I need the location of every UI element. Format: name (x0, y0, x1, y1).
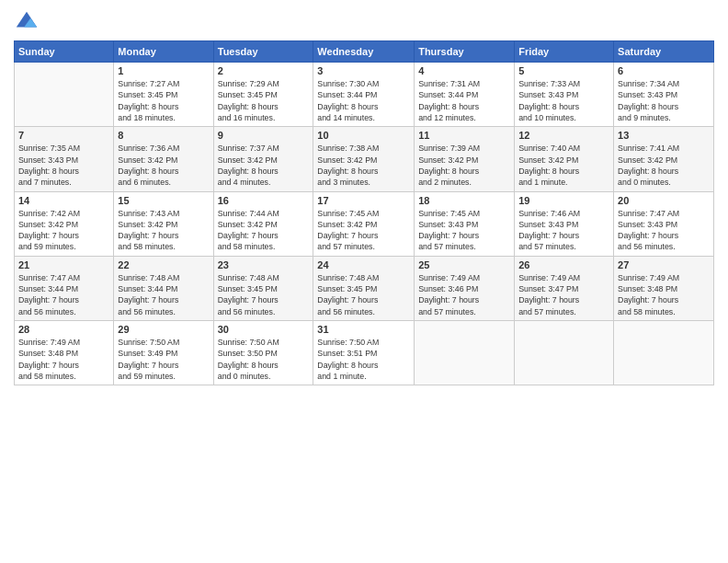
day-cell: 12Sunrise: 7:40 AMSunset: 3:42 PMDayligh… (515, 127, 614, 191)
day-number: 30 (218, 324, 310, 335)
day-number: 9 (218, 130, 310, 141)
header-cell-sunday: Sunday (15, 41, 114, 63)
day-cell: 2Sunrise: 7:29 AMSunset: 3:45 PMDaylight… (213, 63, 313, 127)
day-cell: 22Sunrise: 7:48 AMSunset: 3:44 PMDayligh… (114, 256, 213, 320)
day-info: Sunrise: 7:43 AMSunset: 3:42 PMDaylight:… (118, 208, 209, 253)
logo (14, 9, 43, 35)
day-number: 24 (317, 259, 410, 270)
day-number: 4 (418, 65, 510, 76)
header-cell-saturday: Saturday (614, 41, 714, 63)
day-info: Sunrise: 7:27 AMSunset: 3:45 PMDaylight:… (118, 78, 209, 123)
day-number: 6 (618, 65, 710, 76)
day-info: Sunrise: 7:42 AMSunset: 3:42 PMDaylight:… (18, 208, 109, 253)
day-number: 17 (317, 195, 410, 206)
page: SundayMondayTuesdayWednesdayThursdayFrid… (0, 0, 728, 563)
day-info: Sunrise: 7:47 AMSunset: 3:44 PMDaylight:… (18, 272, 109, 317)
day-cell (515, 321, 614, 385)
day-number: 14 (18, 195, 109, 206)
day-number: 16 (218, 195, 310, 206)
logo-icon (14, 9, 40, 35)
day-info: Sunrise: 7:47 AMSunset: 3:43 PMDaylight:… (618, 208, 710, 253)
day-cell: 19Sunrise: 7:46 AMSunset: 3:43 PMDayligh… (515, 191, 614, 256)
day-info: Sunrise: 7:38 AMSunset: 3:42 PMDaylight:… (317, 143, 410, 188)
day-info: Sunrise: 7:31 AMSunset: 3:44 PMDaylight:… (418, 78, 510, 123)
day-number: 11 (418, 130, 510, 141)
day-info: Sunrise: 7:50 AMSunset: 3:49 PMDaylight:… (118, 337, 209, 382)
day-cell: 27Sunrise: 7:49 AMSunset: 3:48 PMDayligh… (614, 256, 714, 320)
day-cell: 25Sunrise: 7:49 AMSunset: 3:46 PMDayligh… (415, 256, 515, 320)
day-number: 13 (618, 130, 710, 141)
day-info: Sunrise: 7:48 AMSunset: 3:45 PMDaylight:… (218, 272, 310, 317)
day-number: 22 (118, 259, 209, 270)
day-cell: 6Sunrise: 7:34 AMSunset: 3:43 PMDaylight… (614, 63, 714, 127)
day-number: 7 (18, 130, 109, 141)
day-info: Sunrise: 7:29 AMSunset: 3:45 PMDaylight:… (218, 78, 310, 123)
day-cell: 9Sunrise: 7:37 AMSunset: 3:42 PMDaylight… (213, 127, 313, 191)
day-info: Sunrise: 7:41 AMSunset: 3:42 PMDaylight:… (618, 143, 710, 188)
day-number: 15 (118, 195, 209, 206)
header-cell-thursday: Thursday (415, 41, 515, 63)
day-info: Sunrise: 7:48 AMSunset: 3:45 PMDaylight:… (317, 272, 410, 317)
calendar-header: SundayMondayTuesdayWednesdayThursdayFrid… (15, 41, 714, 63)
day-cell: 28Sunrise: 7:49 AMSunset: 3:48 PMDayligh… (15, 321, 114, 385)
day-cell: 14Sunrise: 7:42 AMSunset: 3:42 PMDayligh… (15, 191, 114, 256)
day-info: Sunrise: 7:49 AMSunset: 3:48 PMDaylight:… (618, 272, 710, 317)
header-cell-wednesday: Wednesday (313, 41, 415, 63)
day-info: Sunrise: 7:40 AMSunset: 3:42 PMDaylight:… (518, 143, 609, 188)
day-number: 3 (317, 65, 410, 76)
day-number: 8 (118, 130, 209, 141)
day-number: 27 (618, 259, 710, 270)
calendar-table: SundayMondayTuesdayWednesdayThursdayFrid… (14, 40, 714, 385)
day-cell (614, 321, 714, 385)
day-number: 2 (218, 65, 310, 76)
day-number: 18 (418, 195, 510, 206)
day-cell: 24Sunrise: 7:48 AMSunset: 3:45 PMDayligh… (313, 256, 415, 320)
week-row-3: 14Sunrise: 7:42 AMSunset: 3:42 PMDayligh… (15, 191, 714, 256)
day-info: Sunrise: 7:49 AMSunset: 3:46 PMDaylight:… (418, 272, 510, 317)
day-info: Sunrise: 7:39 AMSunset: 3:42 PMDaylight:… (418, 143, 510, 188)
day-cell: 29Sunrise: 7:50 AMSunset: 3:49 PMDayligh… (114, 321, 213, 385)
day-info: Sunrise: 7:30 AMSunset: 3:44 PMDaylight:… (317, 78, 410, 123)
day-number: 1 (118, 65, 209, 76)
week-row-1: 1Sunrise: 7:27 AMSunset: 3:45 PMDaylight… (15, 63, 714, 127)
day-cell: 15Sunrise: 7:43 AMSunset: 3:42 PMDayligh… (114, 191, 213, 256)
week-row-4: 21Sunrise: 7:47 AMSunset: 3:44 PMDayligh… (15, 256, 714, 320)
day-cell: 21Sunrise: 7:47 AMSunset: 3:44 PMDayligh… (15, 256, 114, 320)
day-number: 23 (218, 259, 310, 270)
header-cell-friday: Friday (515, 41, 614, 63)
week-row-2: 7Sunrise: 7:35 AMSunset: 3:43 PMDaylight… (15, 127, 714, 191)
header-cell-tuesday: Tuesday (213, 41, 313, 63)
day-cell: 13Sunrise: 7:41 AMSunset: 3:42 PMDayligh… (614, 127, 714, 191)
day-cell: 5Sunrise: 7:33 AMSunset: 3:43 PMDaylight… (515, 63, 614, 127)
day-number: 5 (518, 65, 609, 76)
calendar-body: 1Sunrise: 7:27 AMSunset: 3:45 PMDaylight… (15, 63, 714, 385)
day-info: Sunrise: 7:37 AMSunset: 3:42 PMDaylight:… (218, 143, 310, 188)
day-number: 20 (618, 195, 710, 206)
day-number: 21 (18, 259, 109, 270)
day-cell: 23Sunrise: 7:48 AMSunset: 3:45 PMDayligh… (213, 256, 313, 320)
day-cell: 7Sunrise: 7:35 AMSunset: 3:43 PMDaylight… (15, 127, 114, 191)
day-number: 29 (118, 324, 209, 335)
day-cell: 20Sunrise: 7:47 AMSunset: 3:43 PMDayligh… (614, 191, 714, 256)
day-info: Sunrise: 7:48 AMSunset: 3:44 PMDaylight:… (118, 272, 209, 317)
day-info: Sunrise: 7:34 AMSunset: 3:43 PMDaylight:… (618, 78, 710, 123)
day-number: 10 (317, 130, 410, 141)
header (14, 9, 714, 35)
day-cell (15, 63, 114, 127)
day-info: Sunrise: 7:35 AMSunset: 3:43 PMDaylight:… (18, 143, 109, 188)
week-row-5: 28Sunrise: 7:49 AMSunset: 3:48 PMDayligh… (15, 321, 714, 385)
header-cell-monday: Monday (114, 41, 213, 63)
day-cell: 3Sunrise: 7:30 AMSunset: 3:44 PMDaylight… (313, 63, 415, 127)
day-info: Sunrise: 7:45 AMSunset: 3:42 PMDaylight:… (317, 208, 410, 253)
day-info: Sunrise: 7:49 AMSunset: 3:48 PMDaylight:… (18, 337, 109, 382)
day-number: 28 (18, 324, 109, 335)
day-number: 12 (518, 130, 609, 141)
day-cell: 8Sunrise: 7:36 AMSunset: 3:42 PMDaylight… (114, 127, 213, 191)
day-info: Sunrise: 7:46 AMSunset: 3:43 PMDaylight:… (518, 208, 609, 253)
day-number: 19 (518, 195, 609, 206)
day-number: 26 (518, 259, 609, 270)
day-info: Sunrise: 7:44 AMSunset: 3:42 PMDaylight:… (218, 208, 310, 253)
day-cell: 16Sunrise: 7:44 AMSunset: 3:42 PMDayligh… (213, 191, 313, 256)
day-cell: 31Sunrise: 7:50 AMSunset: 3:51 PMDayligh… (313, 321, 415, 385)
day-number: 31 (317, 324, 410, 335)
